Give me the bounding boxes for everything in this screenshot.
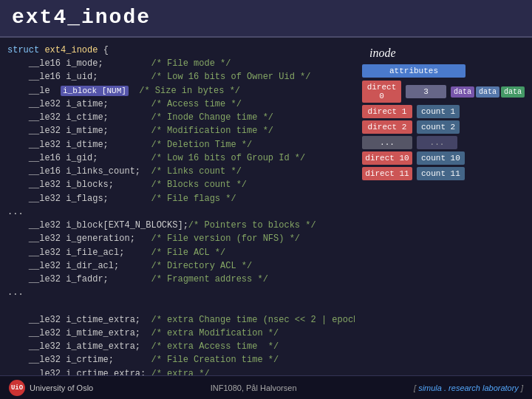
university-label: University of Oslo: [30, 383, 93, 392]
uio-logo-icon: UiO: [9, 380, 25, 396]
direct-0-row: direct 0 3 data data data: [362, 81, 525, 103]
direct-10-label: direct 10: [362, 151, 412, 165]
inode-title: inode: [369, 47, 525, 60]
footer: UiO University of Oslo INF1080, Pål Halv…: [0, 375, 532, 399]
direct-2-row: direct 2 count 2: [362, 120, 525, 134]
direct-1-row: direct 1 count 1: [362, 105, 525, 118]
ellipsis-value: ...: [417, 136, 457, 149]
footer-logo: UiO University of Oslo: [9, 380, 93, 396]
data-cells: data data data: [449, 86, 525, 98]
direct-10-value: count 10: [417, 151, 465, 165]
data-cell-1: data: [451, 86, 474, 98]
direct-2-label: direct 2: [362, 120, 412, 134]
direct-11-value: count 11: [417, 167, 465, 180]
direct-2-value: count 2: [417, 120, 460, 134]
inode-diagram: inode attributes direct 0 3 data data da…: [355, 44, 525, 379]
direct-0-label: direct 0: [362, 81, 401, 103]
direct-0-value: 3: [406, 85, 446, 98]
ellipsis-label: ...: [362, 136, 412, 149]
direct-11-label: direct 11: [362, 167, 412, 180]
attributes-label: attributes: [362, 64, 466, 78]
ellipsis-row: ... ...: [362, 136, 525, 149]
direct-11-row: direct 11 count 11: [362, 167, 525, 180]
code-panel: struct ext4_inode { __le16 i_mode; /* Fi…: [7, 44, 355, 379]
attributes-row: attributes: [362, 64, 525, 78]
data-cell-2: data: [476, 86, 499, 98]
direct-1-label: direct 1: [362, 105, 412, 118]
direct-10-row: direct 10 count 10: [362, 151, 525, 165]
course-label: INF1080, Pål Halvorsen: [211, 383, 297, 392]
direct-1-value: count 1: [417, 105, 460, 118]
data-cell-3: data: [501, 86, 525, 98]
page-title: ext4_inode: [12, 6, 520, 29]
lab-label: [ simula . research laboratory ]: [414, 383, 523, 392]
